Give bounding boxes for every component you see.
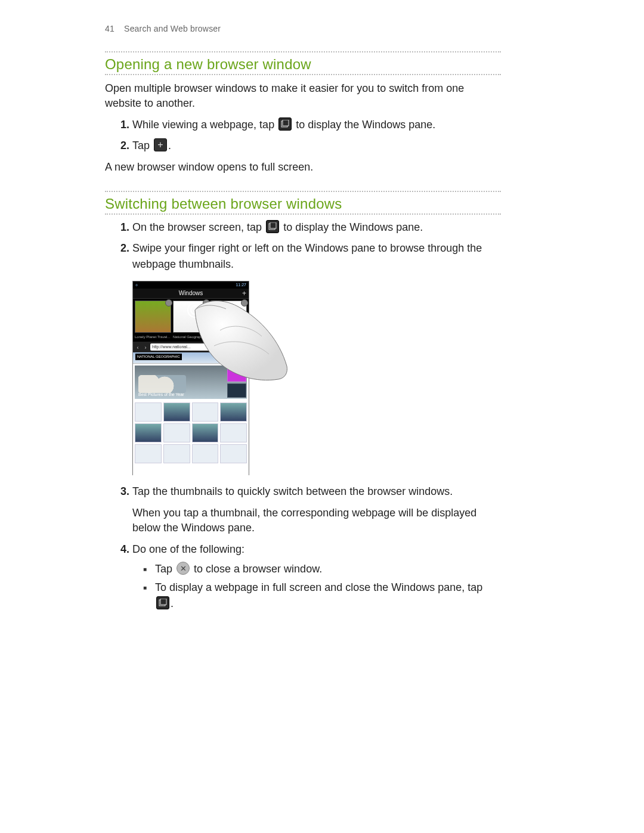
feature-caption: Best Pictures of the Year xyxy=(138,392,184,398)
plus-icon: + xyxy=(154,138,167,151)
svg-rect-3 xyxy=(270,222,276,228)
svg-rect-7 xyxy=(160,599,166,605)
thumbnail xyxy=(210,301,247,333)
grid-card xyxy=(192,444,219,463)
windows-pane-icon xyxy=(278,117,292,131)
grid-card xyxy=(163,402,190,422)
grid-card xyxy=(135,444,162,463)
content-grid xyxy=(133,401,249,465)
feature-block: Best Pictures of the Year xyxy=(135,366,247,399)
phone-url-bar: ‹ › http://www.national... ■ xyxy=(133,342,249,352)
plus-icon: + xyxy=(242,289,246,298)
section-opening-new-window: Opening a new browser window Open multip… xyxy=(105,51,501,174)
bullet-text-pre: To display a webpage in full screen and … xyxy=(155,581,482,593)
content-column: 41 Search and Web browser Opening a new … xyxy=(105,24,501,612)
thumbnail xyxy=(135,301,171,333)
step-4: Do one of the following: Tap ✕ to close … xyxy=(132,541,501,612)
step-text-pre: Tap xyxy=(132,140,153,151)
status-time: 11:27 xyxy=(236,282,246,289)
bullet-text-post: . xyxy=(171,597,174,609)
phone-thumbnails-row xyxy=(133,299,249,335)
step-2: Swipe your finger right or left on the W… xyxy=(132,240,501,475)
step-1: On the browser screen, tap to display th… xyxy=(132,219,501,236)
close-icon xyxy=(165,299,172,306)
grid-card xyxy=(220,423,247,442)
document-page: 41 Search and Web browser Opening a new … xyxy=(0,0,644,833)
bullet-text-pre: Tap xyxy=(155,563,175,575)
step-text-post: to display the Windows pane. xyxy=(283,221,423,233)
sub-bullet-fullscreen: To display a webpage in full screen and … xyxy=(155,580,501,612)
url-field: http://www.national... xyxy=(150,343,239,351)
thumbnail-caption: National Geograp... xyxy=(173,335,209,340)
grid-card xyxy=(192,402,219,422)
intro-paragraph: Open multiple browser windows to make it… xyxy=(105,81,501,111)
section-title: Opening a new browser window xyxy=(105,52,501,75)
grid-card xyxy=(220,444,247,463)
step-text: Do one of the following: xyxy=(132,543,244,555)
thumbnail-captions: Lonely Planet Travel... National Geograp… xyxy=(133,335,249,342)
section-title: Switching between browser windows xyxy=(105,192,501,215)
thumbnail-caption: Lonely Planet Travel... xyxy=(135,335,171,340)
grid-card xyxy=(163,444,190,463)
section-switching-windows: Switching between browser windows On the… xyxy=(105,191,501,612)
steps-list: While viewing a webpage, tap to display … xyxy=(105,117,501,154)
feature-image xyxy=(138,375,186,393)
breadcrumb: Search and Web browser xyxy=(124,24,221,33)
step-3: Tap the thumbnails to quickly switch bet… xyxy=(132,484,501,535)
step-text-pre: On the browser screen, tap xyxy=(132,221,265,233)
grid-card xyxy=(220,402,247,422)
windows-bar-label: Windows xyxy=(179,290,203,296)
grid-card xyxy=(192,423,219,442)
close-icon: ✕ xyxy=(177,562,190,575)
steps-list: On the browser screen, tap to display th… xyxy=(105,219,501,612)
step-text: Swipe your finger right or left on the W… xyxy=(132,242,482,270)
phone-status-bar: ⟐ 11:27 xyxy=(133,281,249,289)
step-4-sublist: Tap ✕ to close a browser window. To disp… xyxy=(132,561,501,612)
step-text: Tap the thumbnails to quickly switch bet… xyxy=(132,485,453,497)
brand-label: NATIONAL GEOGRAPHIC xyxy=(135,354,182,360)
svg-rect-1 xyxy=(283,120,289,126)
windows-pane-icon xyxy=(156,596,169,609)
step-2: Tap +. xyxy=(132,138,501,154)
forward-icon: › xyxy=(143,344,148,350)
hero-banner: NATIONAL GEOGRAPHIC xyxy=(133,352,249,364)
bullet-text-post: to close a browser window. xyxy=(194,563,322,575)
close-icon xyxy=(241,299,248,306)
windows-pane-icon xyxy=(266,220,279,233)
close-icon xyxy=(203,299,210,306)
step-3-note: When you tap a thumbnail, the correspond… xyxy=(132,506,501,535)
side-thumb xyxy=(227,383,246,398)
phone-windows-bar: Windows + xyxy=(133,289,249,299)
grid-card xyxy=(135,423,162,442)
grid-card xyxy=(163,423,190,442)
grid-card xyxy=(135,402,162,422)
figure-phone-screenshot: ⟐ 11:27 Windows + Lon xyxy=(132,281,249,475)
step-text-post: . xyxy=(168,140,171,151)
step-text-pre: While viewing a webpage, tap xyxy=(132,119,277,131)
sub-bullet-close: Tap ✕ to close a browser window. xyxy=(155,561,501,577)
phone-web-content: NATIONAL GEOGRAPHIC Best Pictures of the… xyxy=(133,352,249,476)
outro-paragraph: A new browser window opens to full scree… xyxy=(105,160,501,175)
step-1: While viewing a webpage, tap to display … xyxy=(132,117,501,133)
step-text-post: to display the Windows pane. xyxy=(296,119,435,131)
page-header: 41 Search and Web browser xyxy=(105,24,501,33)
back-icon: ‹ xyxy=(135,344,141,350)
stop-icon: ■ xyxy=(241,344,247,350)
page-number: 41 xyxy=(105,24,122,33)
side-thumb xyxy=(227,367,246,382)
thumbnail xyxy=(173,301,209,333)
